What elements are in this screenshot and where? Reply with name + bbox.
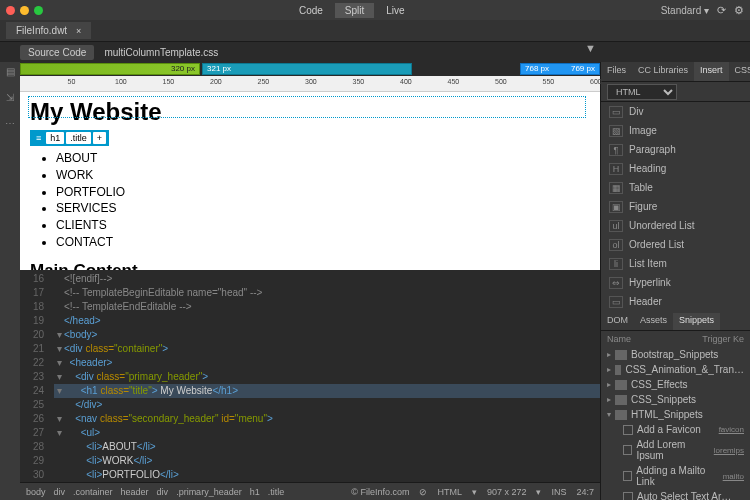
code-line[interactable]: <li>ABOUT</li> <box>54 440 600 454</box>
snippet-item[interactable]: Add Lorem Ipsumloremips <box>601 437 750 463</box>
insert-item[interactable]: ▭Header <box>601 292 750 311</box>
snippet-folder[interactable]: CSS_Snippets <box>601 392 750 407</box>
panel-tab[interactable]: CC Libraries <box>632 62 694 81</box>
code-line[interactable]: ▾ <h1 class="title"> My Website</h1> <box>54 384 600 398</box>
breadcrumb-item[interactable]: h1 <box>250 487 260 497</box>
preview-nav-item[interactable]: CLIENTS <box>56 217 590 234</box>
insert-mode[interactable]: INS <box>551 487 566 497</box>
bottom-panel-tab[interactable]: DOM <box>601 313 634 330</box>
preview-nav-item[interactable]: SERVICES <box>56 200 590 217</box>
view-mode-code[interactable]: Code <box>289 3 333 18</box>
breadcrumb-item[interactable]: .primary_header <box>176 487 242 497</box>
expand-icon[interactable]: ⇲ <box>4 92 16 104</box>
code-line[interactable]: </head> <box>54 314 600 328</box>
insert-item[interactable]: HHeading <box>601 159 750 178</box>
maximize-window-button[interactable] <box>34 6 43 15</box>
snippet-folder[interactable]: CSS_Animation_&_Tran… <box>601 362 750 377</box>
workspace-dropdown[interactable]: Standard ▾ <box>661 5 709 16</box>
preview-h2[interactable]: Main Content <box>30 261 590 270</box>
breadcrumb-item[interactable]: header <box>121 487 149 497</box>
insert-item[interactable]: ¶Paragraph <box>601 140 750 159</box>
more-icon[interactable]: ⋯ <box>4 118 16 130</box>
preview-h1[interactable]: My Website <box>30 98 590 126</box>
code-editor-pane[interactable]: 1617181920212223242526272829303132333435… <box>20 270 600 482</box>
hud-add[interactable]: + <box>93 132 106 144</box>
file-tab-active[interactable]: FileInfo.dwt × <box>6 22 91 39</box>
preview-nav-item[interactable]: ABOUT <box>56 150 590 167</box>
snippet-folder[interactable]: CSS_Effects <box>601 377 750 392</box>
preview-nav-item[interactable]: CONTACT <box>56 234 590 251</box>
mq-segment-green[interactable] <box>20 63 200 75</box>
preview-nav-item[interactable]: WORK <box>56 167 590 184</box>
insert-item[interactable]: liList Item <box>601 254 750 273</box>
insert-item[interactable]: ▦Table <box>601 178 750 197</box>
snippet-folder[interactable]: Bootstrap_Snippets <box>601 347 750 362</box>
snippet-item[interactable]: Adding a Mailto Linkmailto <box>601 463 750 489</box>
insert-item[interactable]: ⇔Hyperlink <box>601 273 750 292</box>
bottom-panel-tab[interactable]: Snippets <box>673 313 720 330</box>
preview-nav-item[interactable]: PORTFOLIO <box>56 184 590 201</box>
file-management-icon[interactable]: ▤ <box>4 66 16 78</box>
code-content[interactable]: <![endif]--> <!-- TemplateBeginEditable … <box>50 270 600 482</box>
breadcrumb-item[interactable]: div <box>157 487 169 497</box>
insert-item-label: Image <box>629 125 657 136</box>
close-window-button[interactable] <box>6 6 15 15</box>
snippet-item[interactable]: Add a Faviconfavicon <box>601 422 750 437</box>
code-line[interactable]: ▾ <ul> <box>54 426 600 440</box>
panel-tab[interactable]: CSS Design <box>729 62 750 81</box>
minimize-window-button[interactable] <box>20 6 29 15</box>
window-controls <box>6 6 43 15</box>
live-preview-pane[interactable]: My Website ≡ h1 .title + ABOUTWORKPORTFO… <box>20 92 600 270</box>
code-line[interactable]: ▾<body> <box>54 328 600 342</box>
code-line[interactable]: <![endif]--> <box>54 272 600 286</box>
ruler-mark: 400 <box>400 78 412 85</box>
hud-class[interactable]: .title <box>66 132 91 144</box>
insert-item[interactable]: ▣Figure <box>601 197 750 216</box>
snippet-folder[interactable]: HTML_Snippets <box>601 407 750 422</box>
panel-tab[interactable]: Insert <box>694 62 729 81</box>
media-query-bar[interactable] <box>20 62 600 76</box>
errors-icon[interactable]: ⊘ <box>419 487 427 497</box>
code-line[interactable]: <!-- TemplateEndEditable --> <box>54 300 600 314</box>
breadcrumb-item[interactable]: div <box>54 487 66 497</box>
code-line[interactable]: <li>WORK</li> <box>54 454 600 468</box>
filter-icon[interactable]: ▼ <box>585 42 596 54</box>
tag-selector-breadcrumb[interactable]: bodydiv.containerheaderdiv.primary_heade… <box>20 487 351 497</box>
insert-item[interactable]: ▭Div <box>601 102 750 121</box>
insert-item[interactable]: olOrdered List <box>601 235 750 254</box>
mq-segment-teal[interactable] <box>202 63 412 75</box>
bottom-panel-tab[interactable]: Assets <box>634 313 673 330</box>
snippet-item[interactable]: Auto Select Text Ar… <box>601 489 750 500</box>
view-mode-live[interactable]: Live <box>376 3 414 18</box>
snippet-label: Add a Favicon <box>637 424 701 435</box>
close-tab-icon[interactable]: × <box>76 26 81 36</box>
code-line[interactable]: ▾ <header> <box>54 356 600 370</box>
subtab-source-code[interactable]: Source Code <box>20 45 94 60</box>
code-line[interactable]: ▾<div class="container"> <box>54 342 600 356</box>
insert-item[interactable]: ▧Image <box>601 121 750 140</box>
code-line[interactable]: ▾ <nav class="secondary_header" id="menu… <box>54 412 600 426</box>
left-tool-rail: ▤ ⇲ ⋯ <box>0 62 20 500</box>
settings-gear-icon[interactable]: ⚙ <box>734 4 744 17</box>
hud-menu-icon[interactable]: ≡ <box>32 133 45 143</box>
breadcrumb-item[interactable]: .container <box>73 487 113 497</box>
code-line[interactable]: <li>PORTFOLIO</li> <box>54 468 600 482</box>
sync-icon[interactable]: ⟳ <box>717 4 726 17</box>
code-line[interactable]: <!-- TemplateBeginEditable name="head" -… <box>54 286 600 300</box>
code-line[interactable]: ▾ <div class="primary_header"> <box>54 370 600 384</box>
insert-item[interactable]: ulUnordered List <box>601 216 750 235</box>
insert-category-dropdown[interactable]: HTML <box>607 84 677 100</box>
hud-tag[interactable]: h1 <box>46 132 64 144</box>
breadcrumb-item[interactable]: body <box>26 487 46 497</box>
status-bar: bodydiv.containerheaderdiv.primary_heade… <box>20 482 600 500</box>
panel-tab[interactable]: Files <box>601 62 632 81</box>
snippets-tree[interactable]: Bootstrap_SnippetsCSS_Animation_&_Tran…C… <box>601 347 750 500</box>
file-tab-bar: FileInfo.dwt × <box>0 20 750 42</box>
breadcrumb-item[interactable]: .title <box>268 487 285 497</box>
code-line[interactable]: </div> <box>54 398 600 412</box>
mq-segment-blue[interactable] <box>520 63 600 75</box>
subtab-css-file[interactable]: multiColumnTemplate.css <box>96 45 226 60</box>
element-selector-hud[interactable]: ≡ h1 .title + <box>30 130 109 146</box>
view-mode-split[interactable]: Split <box>335 3 374 18</box>
lang-indicator[interactable]: HTML <box>437 487 462 497</box>
